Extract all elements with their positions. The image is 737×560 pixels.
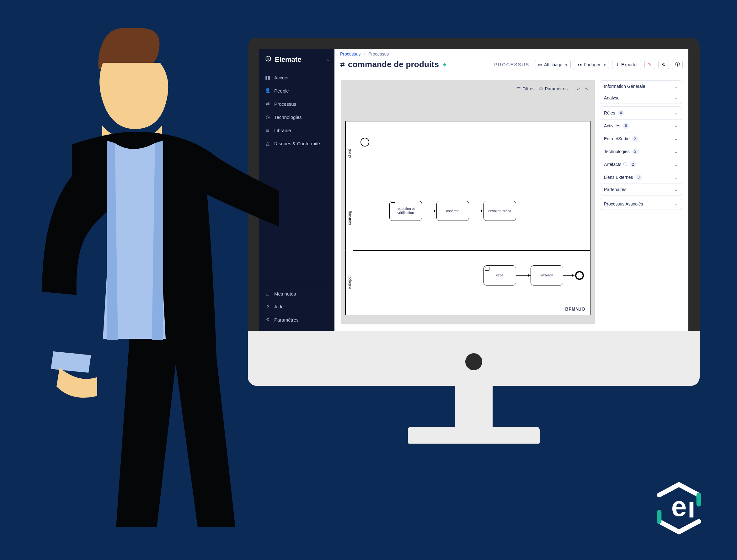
bpmn-activity[interactable]: reception et vérification [389, 201, 422, 221]
alert-icon: △ [265, 141, 270, 146]
sidebar-item-parametres[interactable]: ⚙ Paramètres [259, 313, 334, 326]
export-icon: ⤓ [616, 62, 619, 67]
sidebar-item-label: Librairie [274, 128, 291, 133]
section-label: Entrée/Sortie [604, 136, 630, 141]
panel-section-processus-associes[interactable]: Processus Associés ⌄ [600, 198, 682, 210]
fullscreen-button[interactable]: ⤡ [585, 86, 589, 91]
breadcrumb-separator: › [364, 51, 365, 56]
display-icon: ▭ [538, 62, 542, 67]
sidebar-collapse-icon[interactable]: ‹ [327, 57, 329, 62]
chip-icon: ◎ [265, 114, 270, 120]
bpmn-activity[interactable]: expé [483, 265, 516, 285]
canvas-toolbar: ☰ Filtres ⚙ Paramètres ⤢ ⤡ [517, 86, 589, 92]
bpmn-start-event[interactable] [360, 138, 369, 147]
bpmn-activity[interactable]: livraison [531, 265, 563, 285]
sidebar-item-risques[interactable]: △ Risques & Conformité [259, 137, 334, 150]
sidebar-item-technologies[interactable]: ◎ Technologies [259, 110, 334, 124]
sidebar-item-processus[interactable]: ⇄ Processus [259, 97, 334, 110]
sidebar-item-aide[interactable]: ? Aide [259, 300, 334, 313]
share-button[interactable]: ⫘ Partager [574, 60, 609, 69]
panel-section-liens-externes[interactable]: Liens Externes 3 ⌄ [600, 171, 682, 184]
params-button[interactable]: ⚙ Paramètres [539, 86, 568, 91]
count-badge: 2 [632, 148, 638, 155]
panel-section-activites[interactable]: Activités 6 ⌄ [600, 119, 682, 132]
display-button[interactable]: ▭ Affichage [535, 60, 571, 69]
breadcrumb: Processus › Processus [334, 49, 688, 59]
expand-icon: ⤡ [585, 86, 589, 91]
chevron-down-icon [602, 62, 606, 67]
count-badge: 4 [618, 110, 624, 116]
sidebar-item-label: Aide [274, 304, 284, 309]
edit-button[interactable]: ✎ [644, 60, 655, 69]
process-icon: ⇄ [340, 61, 345, 68]
count-badge: 6 [623, 123, 629, 129]
main: Processus › Processus ⇄ commande de prod… [334, 49, 688, 331]
count-badge: 2 [630, 161, 636, 168]
chevron-down-icon: ⌄ [674, 187, 678, 192]
button-label: Affichage [544, 62, 562, 67]
bpmn-watermark: BPMN.IO [565, 307, 585, 312]
panel-section-roles[interactable]: Rôles 4 ⌄ [600, 107, 682, 119]
brand-name: Elemate [275, 56, 301, 64]
section-label: Liens Externes [604, 175, 633, 180]
fit-button[interactable]: ⤢ [577, 86, 580, 91]
chevron-down-icon: ⌄ [674, 136, 678, 141]
sidebar-item-label: Processus [274, 101, 296, 107]
svg-text:e: e [267, 57, 269, 61]
activity-label: livraison [541, 273, 553, 277]
activity-label: expé [496, 273, 504, 277]
breadcrumb-current: Processus [368, 51, 389, 56]
svg-text:e: e [671, 491, 686, 522]
share-icon: ⫘ [577, 62, 582, 67]
panel-section-partenaires[interactable]: Partenaires ⌄ [600, 184, 682, 195]
sidebar-item-notes[interactable]: □ Mes notes [259, 287, 334, 300]
title-bar: ⇄ commande de produits PROCESSUS ▭ Affic… [334, 59, 688, 74]
button-label: Exporter [621, 62, 638, 67]
section-label: Technologies [604, 149, 630, 154]
sidebar-item-librairie[interactable]: ≣ Librairie [259, 124, 334, 137]
section-label: Analyse [604, 95, 620, 100]
breadcrumb-root[interactable]: Processus [340, 51, 360, 56]
subprocess-icon [485, 267, 489, 271]
panel-section-technologies[interactable]: Technologies 2 ⌄ [600, 145, 682, 158]
export-button[interactable]: ⤓ Exporter [612, 60, 641, 69]
panel-section-artefacts[interactable]: Artéfacts ⓘ 2 ⌄ [600, 158, 682, 171]
chevron-down-icon: ⌄ [674, 110, 678, 115]
lane-label: client [345, 121, 353, 186]
section-label: Partenaires [604, 187, 627, 192]
chevron-down-icon: ⌄ [674, 149, 678, 154]
section-label: Rôles [604, 110, 615, 115]
chevron-down-icon: ⌄ [674, 201, 678, 206]
panel-section-info-generale[interactable]: Information Générale ⌄ [600, 81, 682, 92]
info-button[interactable]: ⓘ [672, 60, 683, 69]
sidebar-item-people[interactable]: 👤 People [259, 84, 334, 97]
panel-section-entree-sortie[interactable]: Entrée/Sortie 2 ⌄ [600, 132, 682, 145]
bpmn-activity[interactable]: envoi en prépa [483, 201, 516, 221]
diagram-canvas[interactable]: ☰ Filtres ⚙ Paramètres ⤢ ⤡ [341, 80, 595, 324]
presenter-illustration [41, 25, 279, 558]
panel-section-analyse[interactable]: Analyse ⌄ [600, 92, 682, 104]
subprocess-icon [391, 202, 395, 206]
bpmn-activity[interactable]: confirme [436, 201, 469, 221]
sidebar-item-accueil[interactable]: ▮▮ Accueil [259, 71, 334, 84]
users-icon: 👤 [265, 88, 270, 93]
page-title: commande de produits [348, 60, 439, 69]
clock-icon: ↻ [662, 62, 666, 67]
count-badge: 3 [636, 174, 642, 180]
status-dot-icon [443, 63, 446, 66]
section-label: Activités [604, 123, 620, 128]
filters-button[interactable]: ☰ Filtres [517, 86, 535, 91]
bpmn-sequence-flow [422, 211, 436, 211]
lane-separator [353, 250, 590, 251]
chevron-down-icon: ⌄ [674, 95, 678, 100]
bpmn-sequence-flow [563, 275, 574, 276]
sidebar-item-label: Accueil [274, 75, 289, 80]
activity-label: confirme [446, 209, 459, 213]
chevron-down-icon: ⌄ [674, 123, 678, 128]
sidebar-item-label: People [274, 88, 289, 93]
bpmn-end-event[interactable] [575, 271, 584, 280]
history-button[interactable]: ↻ [658, 60, 669, 69]
sliders-icon: ⚙ [539, 86, 543, 91]
type-badge: PROCESSUS [494, 62, 529, 67]
right-panel: Information Générale ⌄ Analyse ⌄ Rôles [600, 80, 682, 324]
